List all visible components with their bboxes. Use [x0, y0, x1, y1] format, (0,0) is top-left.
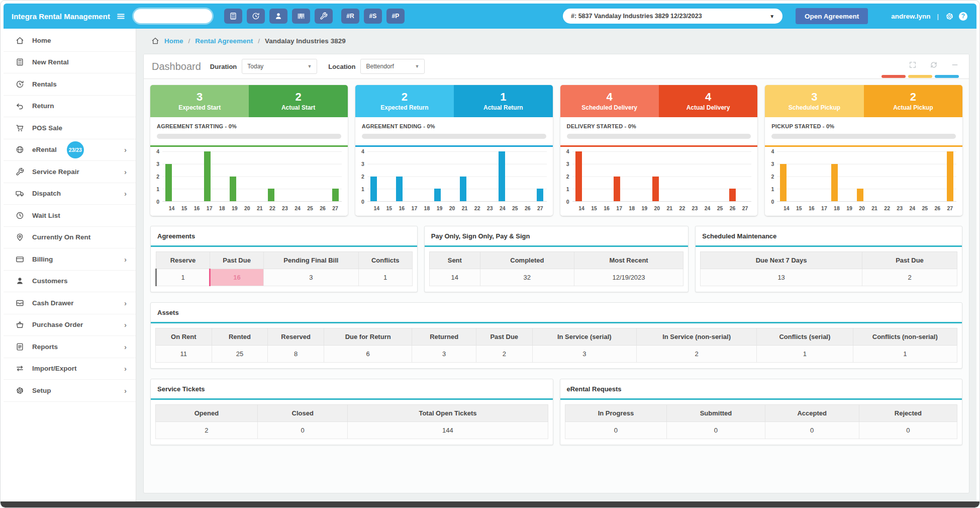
- location-select[interactable]: Bettendorf ▼: [360, 59, 425, 74]
- kpi-scheduled-pickup[interactable]: 3Scheduled Pickup: [765, 85, 863, 117]
- x-tick-label: 18: [216, 205, 228, 211]
- app-title: Integra Rental Management: [12, 12, 110, 21]
- sidebar-item-setup[interactable]: Setup›: [4, 380, 136, 402]
- cart-icon: [16, 124, 24, 132]
- home-icon: [151, 37, 159, 45]
- sidebar-item-new-rental[interactable]: New Rental: [4, 52, 136, 74]
- table-cell: 8: [268, 346, 324, 363]
- sidebar-item-import-export[interactable]: Import/Export›: [4, 358, 136, 380]
- y-axis: 43210: [564, 151, 572, 202]
- x-tick-label: 16: [805, 205, 818, 211]
- x-tick-label: 15: [588, 205, 601, 211]
- chevron-right-icon: ›: [124, 167, 127, 176]
- rentals-clock-button[interactable]: [247, 9, 265, 24]
- sidebar-item-erental[interactable]: eRental23/23›: [4, 139, 136, 161]
- table-cell: 1: [757, 346, 853, 363]
- hash-s-button[interactable]: #S: [364, 9, 382, 24]
- sidebar-item-currently-on-rent[interactable]: Currently On Rent: [4, 227, 136, 249]
- location-label: Location: [328, 63, 355, 70]
- kpi-actual-start[interactable]: 2Actual Start: [249, 85, 347, 117]
- calculator-button[interactable]: [224, 9, 242, 24]
- x-tick-label: 27: [944, 205, 956, 211]
- kpi-expected-start[interactable]: 3Expected Start: [150, 85, 249, 117]
- agreement-select-value: #: 5837 Vandalay Industries 3829 12/23/2…: [571, 13, 702, 20]
- chevron-right-icon: ›: [124, 386, 127, 395]
- kpi-value: 2: [295, 92, 301, 103]
- chevron-right-icon: ›: [124, 255, 127, 264]
- column-header: Opened: [156, 405, 258, 422]
- scheduled-maintenance-table: Due Next 7 DaysPast Due132: [700, 251, 957, 286]
- x-tick-label: 14: [165, 205, 178, 211]
- chart-bar: [370, 177, 377, 202]
- sidebar-item-pos-sale[interactable]: POS Sale: [4, 117, 136, 139]
- table-cell: 144: [348, 422, 548, 439]
- sidebar-item-rentals[interactable]: Rentals: [4, 73, 136, 96]
- sidebar-item-label: New Rental: [32, 58, 69, 66]
- x-tick-label: 19: [433, 205, 446, 211]
- sidebar-item-home[interactable]: Home: [4, 30, 136, 52]
- minus-icon: [951, 61, 959, 69]
- column-header: Past Due: [862, 252, 957, 269]
- button-label: #R: [346, 13, 354, 20]
- sidebar-item-label: Currently On Rent: [32, 233, 90, 241]
- chart-bar: [230, 177, 236, 202]
- kpi-value: 2: [402, 92, 408, 103]
- column-header: Conflicts (non-serial): [853, 328, 957, 346]
- minus-button[interactable]: [951, 61, 959, 69]
- customer-button[interactable]: [269, 9, 287, 24]
- sidebar-item-cash-drawer[interactable]: Cash Drawer›: [4, 292, 136, 314]
- table-cell: 12/19/2023: [574, 269, 683, 286]
- chevron-right-icon: ›: [124, 364, 127, 373]
- duration-select[interactable]: Today ▼: [242, 59, 317, 74]
- rentals-icon: [16, 80, 24, 89]
- x-tick-label: 25: [304, 205, 317, 211]
- topbar-toolbar: #R#S#P: [224, 9, 405, 24]
- sidebar-item-billing[interactable]: Billing›: [4, 248, 136, 271]
- sidebar: HomeNew RentalRentalsReturnPOS SaleeRent…: [4, 29, 136, 501]
- refresh-button[interactable]: [930, 61, 938, 69]
- menu-button[interactable]: [115, 11, 127, 22]
- wrench-button[interactable]: [315, 9, 333, 24]
- breadcrumb-home[interactable]: Home: [164, 37, 183, 45]
- kpi-card-expected-return: 2Expected Return1Actual ReturnAGREEMENT …: [355, 85, 553, 216]
- progress-caption: DELIVERY STARTED - 0%: [567, 123, 751, 129]
- breadcrumb-rental-agreement[interactable]: Rental Agreement: [195, 37, 253, 45]
- breadcrumb-separator: /: [188, 37, 190, 45]
- kpi-actual-pickup[interactable]: 2Actual Pickup: [864, 85, 962, 117]
- kpi-card-expected-start: 3Expected Start2Actual StartAGREEMENT ST…: [150, 85, 348, 216]
- sidebar-item-wait-list[interactable]: Wait List: [4, 205, 136, 227]
- barcode-button[interactable]: [292, 9, 310, 24]
- x-tick-label: 24: [701, 205, 714, 211]
- x-axis: 1415161718192021222324252627: [359, 205, 547, 211]
- agreement-select[interactable]: #: 5837 Vandalay Industries 3829 12/23/2…: [563, 9, 782, 24]
- sidebar-item-dispatch[interactable]: Dispatch›: [4, 183, 136, 205]
- chart-bar: [268, 189, 274, 201]
- sidebar-item-purchase-order[interactable]: Purchase Order›: [4, 314, 136, 336]
- hash-r-button[interactable]: #R: [341, 9, 359, 24]
- x-axis: 1415161718192021222324252627: [154, 205, 342, 211]
- calculator-icon: [16, 58, 24, 66]
- home-icon: [16, 36, 24, 45]
- x-tick-label: 16: [396, 205, 408, 211]
- caret-down-icon: ▼: [769, 14, 774, 19]
- global-search-input[interactable]: [134, 9, 212, 23]
- table-cell: 2: [636, 346, 756, 363]
- username: andrew.lynn: [891, 13, 930, 20]
- kpi-actual-delivery[interactable]: 4Actual Delivery: [659, 85, 757, 117]
- kpi-expected-return[interactable]: 2Expected Return: [355, 85, 454, 117]
- kpi-actual-return[interactable]: 1Actual Return: [454, 85, 552, 117]
- help-icon[interactable]: ?: [959, 12, 967, 21]
- table-cell: 16: [210, 269, 264, 286]
- hash-p-button[interactable]: #P: [386, 9, 405, 24]
- kpi-label: Actual Start: [281, 104, 315, 111]
- sidebar-item-service-repair[interactable]: Service Repair›: [4, 161, 136, 183]
- open-agreement-button[interactable]: Open Agreement: [796, 8, 868, 24]
- expand-button[interactable]: [909, 61, 917, 69]
- kpi-scheduled-delivery[interactable]: 4Scheduled Delivery: [560, 85, 659, 117]
- sidebar-item-reports[interactable]: Reports›: [4, 336, 136, 358]
- x-tick-label: 24: [291, 205, 304, 211]
- sidebar-item-return[interactable]: Return: [4, 96, 136, 118]
- wrench-icon: [16, 167, 24, 176]
- settings-button[interactable]: [945, 12, 954, 21]
- sidebar-item-customers[interactable]: Customers: [4, 271, 136, 293]
